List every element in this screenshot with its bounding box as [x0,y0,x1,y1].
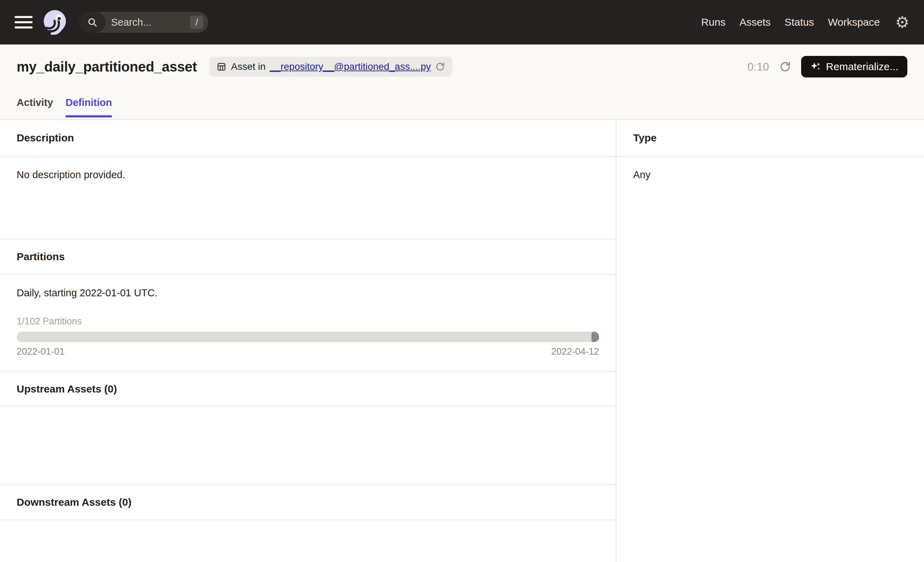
partition-schedule-text: Daily, starting 2022-01-01 UTC. [16,287,599,299]
reload-repo-icon[interactable] [435,62,446,72]
description-section-body: No description provided. [0,157,616,239]
sparkle-icon [810,61,821,72]
nav-item-workspace[interactable]: Workspace [828,17,880,28]
repo-location-link[interactable]: __repository__@partitioned_ass....py [270,61,431,72]
nav-item-status[interactable]: Status [784,17,814,28]
type-section-header: Type [616,120,924,157]
partition-start-date: 2022-01-01 [16,346,64,357]
hamburger-bar [15,21,33,23]
repo-grid-icon [216,62,226,72]
definition-left-column: Description No description provided. Par… [0,120,616,562]
nav-item-assets[interactable]: Assets [740,17,771,28]
description-section-header: Description [0,120,616,157]
asset-page-header: my_daily_partitioned_asset Asset in __re… [0,45,924,120]
partition-health-bar [16,332,599,342]
page-title: my_daily_partitioned_asset [16,59,197,75]
menu-hamburger-icon[interactable] [15,16,33,29]
settings-gear-icon[interactable]: ⚙ [895,14,909,30]
upstream-assets-header: Upstream Assets (0) [0,372,616,406]
search-input[interactable] [111,17,190,28]
search-icon [87,17,98,27]
upstream-assets-body [0,406,616,485]
main-content: Description No description provided. Par… [0,120,924,562]
rematerialize-label: Rematerialize... [826,61,898,72]
asset-tabs: Activity Definition [16,97,908,117]
badge-prefix-label: Asset in [231,61,266,72]
partition-date-range: 2022-01-01 2022-04-12 [16,346,599,357]
header-controls: 0:10 Rematerialize... [747,56,908,77]
rematerialize-button[interactable]: Rematerialize... [801,56,908,77]
hamburger-bar [15,26,33,29]
hamburger-bar [15,16,33,18]
refresh-icon[interactable] [779,60,791,73]
top-nav-links: Runs Assets Status Workspace ⚙ [701,14,909,30]
partitions-section-body: Daily, starting 2022-01-01 UTC. 1/102 Pa… [0,275,616,372]
global-search: / [79,12,208,33]
title-row: my_daily_partitioned_asset Asset in __re… [16,56,908,78]
asset-repo-badge: Asset in __repository__@partitioned_ass.… [209,57,452,77]
search-shortcut-key: / [190,16,203,29]
tab-definition[interactable]: Definition [66,97,112,117]
definition-right-column: Type Any [616,120,924,562]
dagster-logo-icon[interactable] [42,10,68,35]
top-nav-bar: / Runs Assets Status Workspace ⚙ [0,0,924,45]
nav-item-runs[interactable]: Runs [701,17,726,28]
refresh-countdown: 0:10 [747,60,769,73]
partitions-section-header: Partitions [0,239,616,275]
partition-end-date: 2022-04-12 [551,346,599,357]
search-icon-wrap [79,12,105,33]
type-section-value: Any [616,157,924,193]
downstream-assets-header: Downstream Assets (0) [0,485,616,520]
tab-activity[interactable]: Activity [16,97,53,117]
partition-count-label: 1/102 Partitions [16,316,599,327]
partition-materialized-segment [591,332,599,342]
downstream-assets-body [0,520,616,562]
